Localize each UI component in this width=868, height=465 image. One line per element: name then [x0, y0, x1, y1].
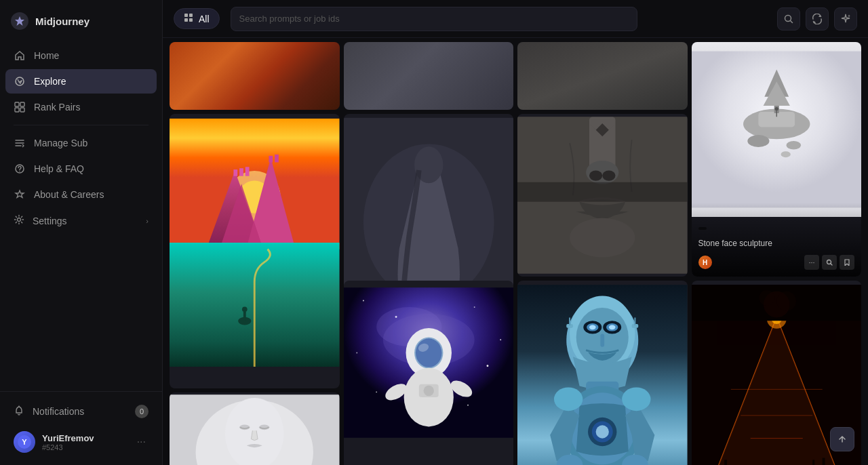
user-more-button[interactable]: ··· — [134, 434, 149, 449]
svg-point-89 — [609, 325, 616, 329]
svg-point-66 — [486, 365, 488, 367]
svg-point-23 — [781, 151, 790, 157]
main-content: All — [163, 0, 868, 465]
gallery-item-top-strip[interactable] — [170, 42, 340, 110]
scroll-top-button[interactable] — [830, 427, 854, 451]
logo-icon — [11, 12, 28, 30]
gallery-item-castle[interactable] — [170, 114, 340, 388]
notifications-icon — [14, 405, 24, 418]
svg-rect-2 — [20, 102, 24, 106]
svg-point-88 — [589, 325, 596, 329]
svg-point-41 — [242, 306, 248, 312]
user-name: YuriEfremov — [42, 433, 127, 443]
refresh-button[interactable] — [806, 7, 829, 31]
svg-point-65 — [356, 352, 357, 354]
svg-point-96 — [596, 425, 609, 438]
author-search-button[interactable] — [822, 255, 837, 270]
gallery-item-astronaut[interactable] — [344, 281, 514, 465]
featured-badge — [698, 227, 707, 230]
svg-point-51 — [602, 170, 615, 180]
svg-point-63 — [473, 306, 475, 308]
sidebar-item-rank-pairs[interactable]: Rank Pairs — [5, 95, 157, 119]
manage-sub-icon — [14, 137, 26, 149]
gallery-item-bust[interactable] — [170, 392, 340, 465]
svg-point-22 — [786, 141, 800, 150]
sidebar-item-about-label: About & Careers — [34, 189, 104, 200]
app-logo[interactable]: Midjourney — [0, 0, 162, 41]
image-top3 — [517, 42, 688, 110]
gallery-item-top2[interactable] — [344, 42, 514, 110]
svg-point-7 — [18, 218, 21, 222]
svg-rect-115 — [822, 458, 825, 465]
sidebar-item-help[interactable]: Help & FAQ — [5, 157, 157, 181]
app-name: Midjourney — [35, 16, 90, 27]
image-bust — [170, 392, 340, 465]
user-profile[interactable]: Y YuriEfremov #5243 ··· — [5, 426, 157, 458]
header: All — [163, 0, 868, 38]
featured-overlay: Stone face sculpture H ··· — [692, 203, 862, 277]
svg-rect-3 — [15, 108, 19, 112]
svg-rect-36 — [269, 156, 273, 163]
sidebar-item-manage-sub-label: Manage Sub — [34, 138, 87, 148]
image-stone-face — [517, 114, 688, 277]
svg-point-68 — [467, 405, 469, 406]
explore-icon — [14, 75, 26, 87]
svg-rect-11 — [189, 14, 193, 17]
gallery: Stone face sculpture H ··· — [163, 38, 868, 465]
search-button[interactable] — [777, 7, 800, 31]
image-floating-island — [692, 42, 862, 217]
svg-point-6 — [19, 171, 20, 171]
author-more-button[interactable]: ··· — [804, 255, 819, 270]
settings-chevron-icon: › — [146, 217, 149, 225]
svg-point-61 — [362, 300, 363, 302]
author-save-button[interactable] — [840, 255, 854, 270]
sidebar-item-notifications[interactable]: Notifications 0 — [5, 399, 157, 424]
featured-description: Stone face sculpture — [698, 238, 855, 249]
svg-point-67 — [376, 391, 377, 392]
sidebar-item-help-label: Help & FAQ — [34, 163, 84, 174]
sidebar-item-about[interactable]: About & Careers — [5, 182, 157, 207]
svg-point-50 — [589, 170, 602, 180]
svg-point-24 — [774, 107, 778, 110]
gallery-item-floating-island[interactable]: Stone face sculpture H ··· — [692, 42, 862, 277]
sidebar-item-home[interactable]: Home — [5, 43, 157, 68]
gallery-item-top3[interactable] — [517, 42, 688, 110]
svg-point-79 — [423, 386, 433, 396]
svg-rect-40 — [243, 311, 246, 321]
author-avatar: H — [698, 256, 712, 269]
sidebar-nav: Home Explore Rank Pairs — [0, 41, 162, 391]
svg-point-122 — [776, 291, 796, 311]
sidebar-item-explore-label: Explore — [34, 76, 66, 87]
sidebar-item-explore[interactable]: Explore — [5, 69, 157, 94]
svg-point-100 — [622, 387, 650, 411]
home-icon — [14, 49, 26, 62]
gallery-item-stone-face[interactable] — [517, 114, 688, 277]
svg-rect-1 — [15, 102, 19, 106]
gallery-item-robot[interactable] — [517, 281, 688, 465]
tab-all[interactable]: All — [174, 8, 220, 29]
sidebar-item-settings-label: Settings — [33, 216, 67, 226]
svg-point-99 — [554, 387, 583, 411]
search-input[interactable] — [239, 14, 629, 24]
sparkle-button[interactable] — [834, 7, 857, 31]
image-top2 — [344, 42, 514, 110]
notifications-label: Notifications — [33, 406, 84, 417]
svg-rect-10 — [184, 14, 188, 17]
tab-all-icon — [184, 13, 193, 24]
sidebar-item-rank-pairs-label: Rank Pairs — [34, 102, 80, 113]
sidebar-bottom: Notifications 0 Y YuriEfremov #5243 ··· — [0, 391, 162, 465]
image-top-strip — [170, 42, 340, 110]
svg-point-64 — [500, 339, 501, 340]
svg-point-121 — [759, 290, 774, 306]
svg-rect-34 — [239, 168, 243, 176]
svg-rect-90 — [600, 333, 604, 346]
header-tabs: All — [174, 8, 220, 29]
image-robot — [517, 281, 688, 465]
about-icon — [14, 188, 26, 201]
svg-point-73 — [415, 338, 441, 367]
sidebar-item-manage-sub[interactable]: Manage Sub — [5, 131, 157, 155]
search-bar[interactable] — [231, 7, 637, 31]
notification-badge: 0 — [135, 405, 149, 418]
sidebar-item-settings[interactable]: Settings › — [5, 208, 157, 233]
user-avatar: Y — [14, 431, 35, 453]
